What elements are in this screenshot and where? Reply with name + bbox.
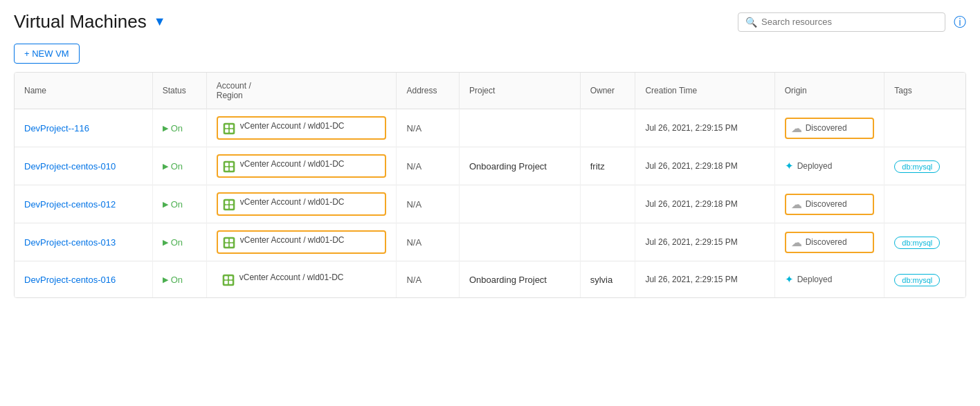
vm-name-link[interactable]: DevProject-centos-012: [24, 199, 116, 210]
new-vm-button[interactable]: + NEW VM: [14, 44, 80, 64]
account-text: vCenter Account / wld01-DC: [240, 196, 345, 208]
vm-tags-cell: [884, 185, 965, 223]
col-status: Status: [152, 73, 206, 109]
gem-icon: ✦: [785, 273, 794, 286]
vm-address-cell: N/A: [397, 261, 459, 298]
origin-label: Discovered: [806, 237, 847, 247]
col-tags: Tags: [884, 73, 965, 109]
svg-rect-20: [222, 275, 234, 286]
info-icon[interactable]: ⓘ: [954, 14, 966, 30]
account-region-box: vCenter Account / wld01-DC: [217, 268, 387, 290]
vm-name-link[interactable]: DevProject-centos-013: [24, 237, 116, 248]
origin-label: Deployed: [797, 275, 833, 284]
origin-discovered-box: ☁ Discovered: [785, 118, 875, 139]
vm-owner-cell: sylvia: [580, 261, 635, 298]
table-header: Name Status Account /Region Address Proj…: [15, 73, 965, 109]
account-text: vCenter Account / wld01-DC: [240, 120, 345, 132]
svg-rect-6: [225, 163, 228, 166]
table-row: DevProject-centos-010▶On vCenter Account…: [15, 147, 965, 185]
play-icon: ▶: [163, 200, 168, 209]
vcenter-icon: [221, 273, 235, 287]
cloud-icon: ☁: [791, 122, 802, 135]
svg-rect-24: [229, 281, 233, 284]
vm-owner-cell: [580, 109, 635, 147]
origin-discovered-box: ☁ Discovered: [785, 232, 875, 253]
vm-name-link[interactable]: DevProject-centos-016: [24, 275, 116, 285]
status-indicator: ▶On: [163, 123, 197, 133]
toolbar: + NEW VM: [14, 44, 966, 64]
title-area: Virtual Machines ▼: [14, 11, 166, 33]
vm-origin-cell: ☁ Discovered: [774, 223, 884, 261]
account-text: vCenter Account / wld01-DC: [240, 234, 345, 246]
col-name: Name: [15, 73, 152, 109]
col-project: Project: [459, 73, 580, 109]
vm-project-cell: [459, 185, 580, 223]
play-icon: ▶: [163, 162, 168, 171]
vm-creation-time-cell: Jul 26, 2021, 2:29:18 PM: [635, 147, 774, 185]
vm-creation-time-cell: Jul 26, 2021, 2:29:15 PM: [635, 261, 774, 298]
vm-account-cell: vCenter Account / wld01-DC: [206, 147, 397, 185]
vcenter-icon: [222, 160, 236, 174]
svg-rect-10: [223, 199, 235, 211]
svg-rect-13: [225, 205, 228, 209]
svg-rect-3: [225, 129, 228, 133]
vm-address-cell: N/A: [397, 109, 459, 147]
search-input[interactable]: [761, 17, 938, 27]
status-label: On: [171, 123, 183, 133]
vm-creation-time-cell: Jul 26, 2021, 2:29:18 PM: [635, 185, 774, 223]
vcenter-icon: [222, 198, 236, 212]
origin-discovered-box: ☁ Discovered: [785, 194, 875, 215]
svg-rect-23: [224, 281, 228, 284]
account-region-box: vCenter Account / wld01-DC: [217, 154, 387, 178]
cloud-icon: ☁: [791, 198, 802, 211]
tag-badge[interactable]: db:mysql: [894, 274, 940, 286]
col-account: Account /Region: [206, 73, 397, 109]
vm-name-cell: DevProject-centos-010: [15, 147, 152, 185]
search-box[interactable]: 🔍: [738, 12, 945, 32]
vm-name-cell: DevProject-centos-016: [15, 261, 152, 298]
table-row: DevProject-centos-012▶On vCenter Account…: [15, 185, 965, 223]
table-row: DevProject-centos-016▶On vCenter Account…: [15, 261, 965, 298]
table-row: DevProject-centos-013▶On vCenter Account…: [15, 223, 965, 261]
account-region-box: vCenter Account / wld01-DC: [217, 192, 387, 216]
table-row: DevProject--116▶On vCenter Account / wld…: [15, 109, 965, 147]
vm-origin-cell: ☁ Discovered: [774, 185, 884, 223]
vm-status-cell: ▶On: [152, 223, 206, 261]
vm-name-link[interactable]: DevProject--116: [24, 123, 89, 133]
play-icon: ▶: [163, 275, 168, 284]
vm-owner-cell: fritz: [580, 147, 635, 185]
vcenter-icon: [222, 122, 236, 136]
play-icon: ▶: [163, 124, 168, 133]
account-region-box: vCenter Account / wld01-DC: [217, 116, 387, 140]
vm-owner-cell: [580, 223, 635, 261]
svg-rect-21: [224, 276, 228, 279]
tag-badge[interactable]: db:mysql: [894, 237, 940, 249]
vm-name-cell: DevProject--116: [15, 109, 152, 147]
page-wrapper: Virtual Machines ▼ 🔍 ⓘ + NEW VM Name Sta…: [0, 0, 980, 406]
vm-tags-cell: db:mysql: [884, 147, 965, 185]
filter-icon[interactable]: ▼: [154, 15, 166, 29]
tag-badge[interactable]: db:mysql: [894, 160, 940, 173]
vm-name-link[interactable]: DevProject-centos-010: [24, 161, 116, 172]
svg-rect-5: [223, 161, 235, 173]
vm-status-cell: ▶On: [152, 185, 206, 223]
svg-rect-16: [225, 239, 228, 242]
origin-label: Discovered: [806, 123, 847, 133]
search-icon: 🔍: [745, 17, 757, 28]
vm-project-cell: Onboarding Project: [459, 147, 580, 185]
vm-tags-cell: db:mysql: [884, 223, 965, 261]
vm-origin-cell: ✦ Deployed: [774, 261, 884, 298]
vm-account-cell: vCenter Account / wld01-DC: [206, 223, 397, 261]
cloud-icon: ☁: [791, 236, 802, 249]
origin-label: Deployed: [797, 161, 833, 171]
svg-rect-8: [225, 167, 228, 171]
vm-creation-time-cell: Jul 26, 2021, 2:29:15 PM: [635, 223, 774, 261]
status-indicator: ▶On: [163, 275, 197, 285]
vm-address-cell: N/A: [397, 185, 459, 223]
col-owner: Owner: [580, 73, 635, 109]
vm-status-cell: ▶On: [152, 147, 206, 185]
vm-project-cell: [459, 223, 580, 261]
origin-label: Discovered: [806, 199, 847, 209]
header-row: Virtual Machines ▼ 🔍 ⓘ: [14, 11, 966, 33]
col-origin: Origin: [774, 73, 884, 109]
